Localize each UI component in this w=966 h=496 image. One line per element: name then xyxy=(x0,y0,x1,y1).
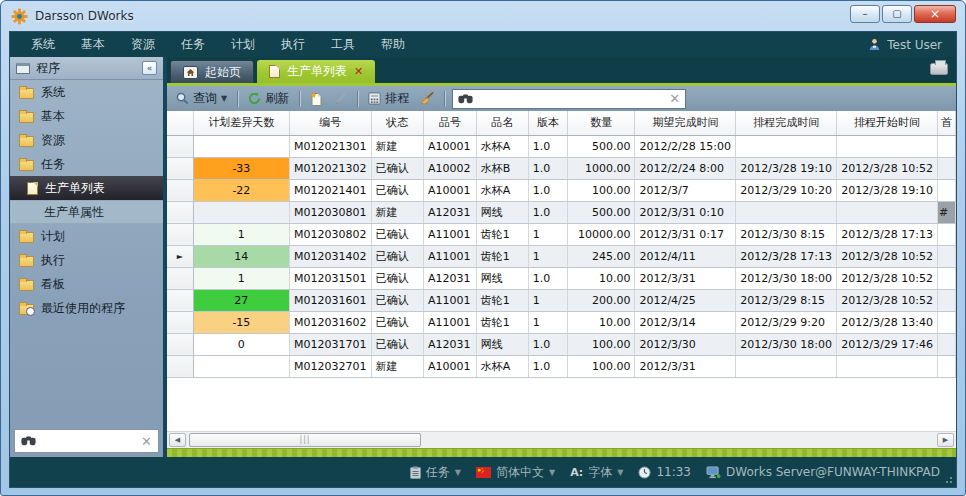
tab-production-order-list[interactable]: 生产单列表 ✕ xyxy=(257,60,375,83)
menu-item[interactable]: 帮助 xyxy=(368,36,418,53)
maximize-button[interactable]: ▢ xyxy=(882,5,912,23)
cell-qty: 245.00 xyxy=(568,245,635,267)
minimize-button[interactable]: – xyxy=(850,5,880,23)
column-header-part[interactable]: 品号 xyxy=(424,111,477,135)
table-row[interactable]: M012030801新建A12031网线1.0500.002012/3/31 0… xyxy=(167,201,956,223)
task-menu[interactable]: 任务 ▼ xyxy=(410,464,461,481)
sidebar-item[interactable]: 执行 xyxy=(10,248,163,272)
cell-status: 已确认 xyxy=(371,333,423,355)
sidebar-item[interactable]: 最近使用的程序 xyxy=(10,296,163,320)
cell-sched_end: 2012/3/30 18:00 xyxy=(736,333,837,355)
cell-sched_end: 2012/3/29 8:15 xyxy=(736,289,837,311)
sidebar-item[interactable]: 基本 xyxy=(10,104,163,128)
scroll-right-button[interactable]: ▶ xyxy=(937,433,954,447)
table-row[interactable]: M012032701新建A10001水杯A1.0100.002012/3/31 xyxy=(167,355,956,377)
table-row[interactable]: 0M012031701已确认A12031网线1.0100.002012/3/30… xyxy=(167,333,956,355)
sidebar-collapse-button[interactable]: « xyxy=(142,61,157,75)
toolbar-search-clear-icon[interactable]: ✕ xyxy=(669,92,680,105)
language-selector[interactable]: 简体中文 ▼ xyxy=(476,464,555,481)
sidebar-item[interactable]: 资源 xyxy=(10,128,163,152)
printer-icon[interactable] xyxy=(930,63,948,75)
table-row[interactable]: 1M012031501已确认A12031网线1.010.002012/3/312… xyxy=(167,267,956,289)
menu-item[interactable]: 基本 xyxy=(68,36,118,53)
app-logo-gear-icon xyxy=(11,8,28,25)
menu-item[interactable]: 执行 xyxy=(268,36,318,53)
table-row[interactable]: M012021301新建A10001水杯A1.0500.002012/2/28 … xyxy=(167,135,956,157)
column-header-name[interactable]: 品名 xyxy=(476,111,528,135)
menu-item[interactable]: 任务 xyxy=(168,36,218,53)
cell-sched_start: 2012/3/28 19:10 xyxy=(837,179,938,201)
column-header-code[interactable]: 编号 xyxy=(290,111,371,135)
sidebar-item[interactable]: 系统 xyxy=(10,80,163,104)
table-row[interactable]: 1M012030802已确认A11001齿轮1110000.002012/3/3… xyxy=(167,223,956,245)
cell-qty: 100.00 xyxy=(568,179,635,201)
scrollbar-thumb[interactable]: ||| xyxy=(189,433,421,447)
sidebar-item[interactable]: 任务 xyxy=(10,152,163,176)
folder-icon xyxy=(19,160,34,171)
table-row[interactable]: -33M012021302已确认A10002水杯B1.01000.002012/… xyxy=(167,157,956,179)
column-header-extra[interactable]: 首 xyxy=(937,111,955,135)
cell-expected: 2012/3/30 xyxy=(635,333,736,355)
sidebar-search-input[interactable] xyxy=(42,434,135,448)
sidebar-item[interactable]: 看板 xyxy=(10,272,163,296)
cell-code: M012031602 xyxy=(290,311,371,333)
table-row[interactable]: 27M012031601已确认A11001齿轮11200.002012/4/25… xyxy=(167,289,956,311)
table-row[interactable]: -22M012021401已确认A10001水杯A1.0100.002012/3… xyxy=(167,179,956,201)
scroll-left-button[interactable]: ◀ xyxy=(169,433,186,447)
column-header-selector[interactable] xyxy=(167,111,193,135)
cell-status: 已确认 xyxy=(371,157,423,179)
table-row[interactable]: -15M012031602已确认A11001齿轮1110.002012/3/14… xyxy=(167,311,956,333)
user-indicator[interactable]: Test User xyxy=(868,38,948,52)
cell-extra xyxy=(937,245,955,267)
main-panel: 起始页 生产单列表 ✕ xyxy=(167,57,956,457)
tab-label: 生产单列表 xyxy=(287,63,347,80)
clean-button[interactable] xyxy=(417,90,437,107)
column-header-diff[interactable]: 计划差异天数 xyxy=(193,111,290,135)
cell-qty: 10000.00 xyxy=(568,223,635,245)
column-header-version[interactable]: 版本 xyxy=(528,111,567,135)
column-header-expected[interactable]: 期望完成时间 xyxy=(635,111,736,135)
table-header-row: 计划差异天数编号状态品号品名版本数量期望完成时间排程完成时间排程开始时间首 xyxy=(167,111,956,135)
close-button[interactable]: × xyxy=(914,5,956,23)
sidebar-search-clear-icon[interactable]: ✕ xyxy=(141,435,152,448)
cell-sched_end: 2012/3/28 19:10 xyxy=(736,157,837,179)
cell-diff: 1 xyxy=(193,267,290,289)
cell-code: M012031501 xyxy=(290,267,371,289)
toolbar-search-input[interactable] xyxy=(478,92,664,106)
column-header-sched_start[interactable]: 排程开始时间 xyxy=(837,111,938,135)
resize-grip[interactable] xyxy=(945,476,953,484)
tab-start-page[interactable]: 起始页 xyxy=(170,60,254,83)
query-label: 查询 xyxy=(193,90,217,107)
production-order-table: 计划差异天数编号状态品号品名版本数量期望完成时间排程完成时间排程开始时间首 M0… xyxy=(167,111,956,431)
menu-item[interactable]: 工具 xyxy=(318,36,368,53)
query-button[interactable]: 查询 ▼ xyxy=(173,88,230,109)
menu-item[interactable]: 资源 xyxy=(118,36,168,53)
cell-sched_end xyxy=(736,201,837,223)
column-header-status[interactable]: 状态 xyxy=(371,111,423,135)
cell-extra xyxy=(937,223,955,245)
menu-item[interactable]: 计划 xyxy=(218,36,268,53)
sidebar-item[interactable]: 生产单属性 xyxy=(10,200,163,224)
cell-extra xyxy=(937,311,955,333)
cell-diff: 14 xyxy=(193,245,290,267)
column-header-qty[interactable]: 数量 xyxy=(568,111,635,135)
horizontal-scrollbar[interactable]: ◀ ||| ▶ xyxy=(167,431,956,448)
tab-close-icon[interactable]: ✕ xyxy=(354,65,363,78)
row-selector-cell xyxy=(167,135,193,157)
table-row[interactable]: ►14M012031402已确认A11001齿轮11245.002012/4/1… xyxy=(167,245,956,267)
title-bar[interactable]: Darsson DWorks – ▢ × xyxy=(1,1,965,31)
column-header-sched_end[interactable]: 排程完成时间 xyxy=(736,111,837,135)
refresh-button[interactable]: 刷新 xyxy=(245,88,292,109)
toolbar-separator xyxy=(444,91,445,107)
sidebar-item[interactable]: 生产单列表 xyxy=(10,176,163,200)
cell-diff xyxy=(193,135,290,157)
schedule-button[interactable]: 排程 xyxy=(365,88,412,109)
edit-button[interactable] xyxy=(331,90,350,107)
cell-status: 已确认 xyxy=(371,245,423,267)
cell-extra xyxy=(937,289,955,311)
new-button[interactable] xyxy=(307,90,326,108)
font-selector[interactable]: A: 字体 ▼ xyxy=(570,464,623,481)
menu-item[interactable]: 系统 xyxy=(18,36,68,53)
folder-icon xyxy=(19,88,34,99)
sidebar-item[interactable]: 计划 xyxy=(10,224,163,248)
